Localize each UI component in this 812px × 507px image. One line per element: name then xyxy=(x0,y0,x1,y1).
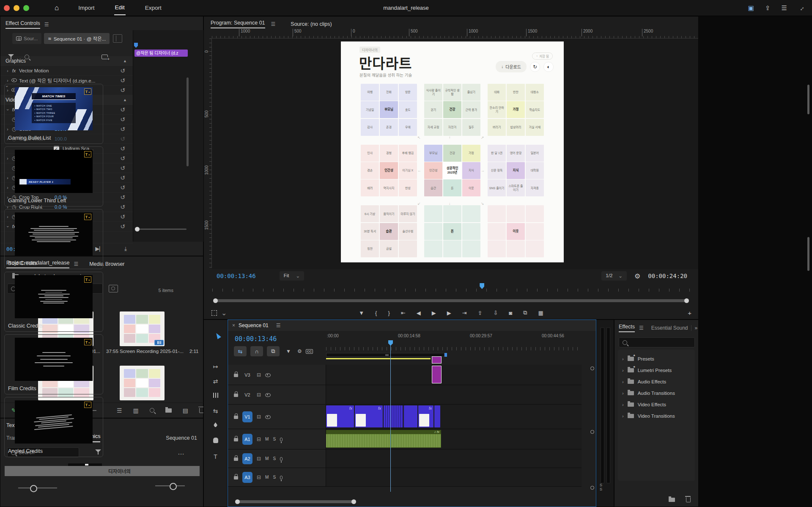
new-item-icon[interactable]: ▤ xyxy=(183,407,188,414)
effect-controls-title[interactable]: Effect Controls xyxy=(5,20,40,29)
new-bin-icon[interactable] xyxy=(165,408,172,413)
mark-out-icon[interactable]: } xyxy=(388,310,390,316)
timeline-vertical-scrollbar[interactable] xyxy=(590,366,594,490)
collapse-icon[interactable]: ▲ xyxy=(123,59,127,63)
voiceover-mic-icon[interactable] xyxy=(280,474,283,481)
ripple-edit-tool[interactable]: ⇄ xyxy=(213,378,218,385)
multicam-icon[interactable]: ▦ xyxy=(538,310,543,316)
lock-icon[interactable] xyxy=(234,413,238,421)
more-panels-icon[interactable]: » xyxy=(691,325,697,331)
reset-icon[interactable]: ↺ xyxy=(120,67,125,74)
project-item[interactable] xyxy=(120,366,204,400)
delete-custom-item-icon[interactable] xyxy=(686,497,691,502)
track-lane-v1[interactable]: fxfxfx xyxy=(326,405,582,429)
button-editor-icon[interactable]: + xyxy=(688,309,691,317)
template-card[interactable]: TFilm Credits xyxy=(4,334,103,394)
reset-icon[interactable]: ↺ xyxy=(120,135,125,142)
close-window-button[interactable] xyxy=(4,5,10,11)
text-panel-zoom-slider[interactable] xyxy=(155,485,185,486)
effects-folder-row[interactable]: ›Audio Effects xyxy=(618,376,695,387)
safe-margins-icon[interactable] xyxy=(211,310,217,316)
add-marker-icon[interactable]: ▼ xyxy=(359,310,364,316)
voiceover-mic-icon[interactable] xyxy=(280,455,283,463)
comparison-view-icon[interactable]: ⧉ xyxy=(523,309,527,316)
step-back-icon[interactable]: ◀ xyxy=(417,310,421,316)
project-item[interactable]: Screen Recording 2025-01-...2:11 xyxy=(120,311,204,354)
template-thumbnail[interactable]: TMATCH TIMES• MATCH ONE• MATCH TWO• MATC… xyxy=(15,87,93,130)
pen-tool[interactable] xyxy=(214,422,217,427)
lock-icon[interactable] xyxy=(234,435,238,443)
go-to-out-icon[interactable]: ⇥ xyxy=(462,310,467,316)
dropdown-caret-icon[interactable]: ⌄ xyxy=(221,309,227,317)
track-output-eye-icon[interactable] xyxy=(265,371,271,379)
tab-import[interactable]: Import xyxy=(77,1,95,15)
timeline-clip[interactable]: fx xyxy=(326,405,354,427)
template-card[interactable]: TMATCH TIMES• MATCH ONE• MATCH TWO• MATC… xyxy=(4,84,103,144)
solo-labels[interactable]: S S xyxy=(600,483,614,491)
zoom-fit-dropdown[interactable]: Fit⌄ xyxy=(280,271,304,281)
template-card[interactable]: TClassic Credits xyxy=(4,272,103,332)
ec-vertical-scrollbar[interactable] xyxy=(187,77,189,166)
mute-button[interactable]: M xyxy=(265,475,269,479)
effects-folder-row[interactable]: ›Video Effects xyxy=(618,399,695,410)
expand-chevron-icon[interactable]: › xyxy=(5,78,11,83)
lock-icon[interactable] xyxy=(234,455,238,463)
timeline-ruler[interactable]: :00:0000:00:14:5800:00:29:5700:00:44:56 xyxy=(326,333,582,350)
voiceover-mic-icon[interactable] xyxy=(280,435,283,443)
track-output-eye-icon[interactable] xyxy=(265,413,271,421)
ec-playhead-marker[interactable] xyxy=(134,43,138,48)
project-item-label[interactable]: Screen Recording 2025-01-...2:11 xyxy=(120,349,204,354)
reset-icon[interactable]: ↺ xyxy=(120,126,125,132)
nest-toggle-button[interactable]: ⇆ xyxy=(234,346,247,356)
track-output-eye-icon[interactable] xyxy=(265,391,271,399)
lock-icon[interactable] xyxy=(234,371,238,379)
track-header-v3[interactable]: V3⊟ xyxy=(228,365,326,385)
mark-in-icon[interactable]: { xyxy=(375,310,377,316)
go-to-in-icon[interactable]: ⇤ xyxy=(401,310,406,316)
type-tool[interactable]: T xyxy=(214,453,217,460)
timeline-clip[interactable] xyxy=(404,405,417,427)
lock-icon[interactable] xyxy=(234,474,238,481)
track-lane-a2[interactable] xyxy=(326,449,582,468)
panel-menu-icon[interactable]: ☰ xyxy=(44,22,49,28)
track-lane-a1[interactable]: ♪ fx xyxy=(326,429,582,449)
track-name[interactable]: V2 xyxy=(242,392,252,397)
monitor-settings-icon[interactable]: ⚙ xyxy=(634,272,640,280)
program-viewport[interactable]: 디자이너의 만다라트 본질의 깨달음을 성취 하는 기술 ◔저장 됨 ↓다운로드… xyxy=(212,39,698,269)
reset-icon[interactable]: ↺ xyxy=(120,116,125,123)
lift-icon[interactable]: ⇧ xyxy=(478,310,483,316)
timeline-clip[interactable]: fx xyxy=(355,405,383,427)
template-thumbnail[interactable]: T xyxy=(15,212,93,256)
track-lane-v2[interactable] xyxy=(326,385,582,404)
find-in-bin-icon[interactable] xyxy=(109,285,118,292)
reset-icon[interactable]: ↺ xyxy=(120,174,125,181)
track-target-badge[interactable]: A3 xyxy=(242,472,252,483)
collapse-icon[interactable]: ▲ xyxy=(123,98,127,102)
mute-button[interactable]: M xyxy=(265,437,269,441)
workspaces-icon[interactable]: ▣ xyxy=(748,4,754,12)
track-header-v2[interactable]: V2⊟ xyxy=(228,385,326,404)
mute-button[interactable]: M xyxy=(265,456,269,461)
menu-icon[interactable]: ☰ xyxy=(782,4,787,12)
template-thumbnail[interactable]: T xyxy=(15,338,93,381)
sort-icon[interactable]: ☰ xyxy=(117,407,122,414)
ec-effect-row[interactable]: ›fxVector Motion↺ xyxy=(0,66,133,76)
track-select-forward-tool[interactable]: ↦ xyxy=(213,363,218,370)
timeline-clip[interactable] xyxy=(432,366,442,383)
reset-icon[interactable]: ↺ xyxy=(120,184,125,191)
add-marker-icon[interactable]: ▼ xyxy=(286,348,291,354)
template-card[interactable]: TREADY PLAYER 1Gaming Lower Third Left xyxy=(4,146,103,207)
selection-tool[interactable] xyxy=(214,332,221,339)
expand-chevron-icon[interactable]: › xyxy=(5,69,11,73)
home-icon[interactable]: ⌂ xyxy=(55,4,59,12)
install-template-icon[interactable] xyxy=(102,55,108,59)
source-patch-icon[interactable]: ⊟ xyxy=(257,436,261,442)
reset-icon[interactable]: ↺ xyxy=(120,223,125,230)
source-patch-icon[interactable]: ⊟ xyxy=(257,474,261,480)
tab-edit[interactable]: Edit xyxy=(114,0,126,15)
timeline-clip[interactable] xyxy=(384,405,403,427)
ec-section-header[interactable]: Graphics▲ xyxy=(0,56,133,66)
tab-export[interactable]: Export xyxy=(144,1,162,15)
more-options-icon[interactable]: … xyxy=(178,449,184,456)
track-header-v1[interactable]: V1⊟ xyxy=(228,405,326,429)
